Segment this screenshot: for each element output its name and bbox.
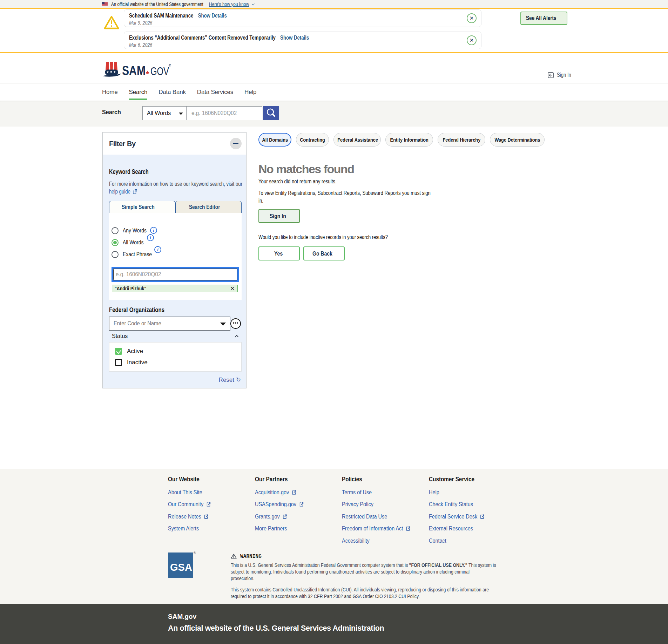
svg-text:SAM: SAM [122, 63, 146, 78]
svg-text:®: ® [194, 551, 196, 555]
svg-text:GSA: GSA [170, 562, 192, 573]
svg-text:GOV: GOV [150, 65, 169, 77]
